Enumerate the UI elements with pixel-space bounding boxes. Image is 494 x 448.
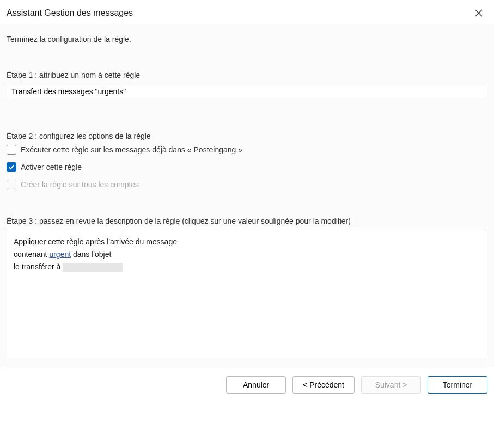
all-accounts-label: Créer la règle sur tous les comptes <box>21 180 139 189</box>
separator <box>7 367 487 367</box>
run-on-existing-label: Exécuter cette règle sur les messages dé… <box>21 145 242 154</box>
finish-button[interactable]: Terminer <box>428 376 487 394</box>
desc-line-1: Appliquer cette règle après l'arrivée du… <box>14 236 480 248</box>
close-icon <box>474 9 483 17</box>
forward-recipient-link[interactable] <box>63 263 123 272</box>
rule-name-input[interactable] <box>7 84 487 99</box>
step2-label: Étape 2 : configurez les options de la r… <box>7 132 487 140</box>
desc-line-2: contenant urgent dans l'objet <box>14 248 480 261</box>
step1-label: Étape 1 : attribuez un nom à cette règle <box>7 71 487 79</box>
checkmark-icon <box>8 164 15 170</box>
desc-line-3: le transférer à <box>14 261 480 273</box>
rule-description-box[interactable]: Appliquer cette règle après l'arrivée du… <box>7 230 487 360</box>
activate-rule-label: Activer cette règle <box>21 163 82 171</box>
next-button: Suivant > <box>361 376 421 394</box>
subject-keyword-link[interactable]: urgent <box>49 250 71 259</box>
instruction-text: Terminez la configuration de la règle. <box>7 30 487 44</box>
step3-label: Étape 3 : passez en revue la description… <box>7 217 487 225</box>
run-on-existing-checkbox[interactable] <box>7 145 16 155</box>
close-button[interactable] <box>470 4 487 22</box>
window-title: Assistant Gestion des messages <box>7 8 133 18</box>
activate-rule-checkbox[interactable] <box>7 162 16 172</box>
back-button[interactable]: < Précédent <box>292 376 355 394</box>
cancel-button[interactable]: Annuler <box>226 376 286 394</box>
all-accounts-checkbox <box>7 180 16 189</box>
